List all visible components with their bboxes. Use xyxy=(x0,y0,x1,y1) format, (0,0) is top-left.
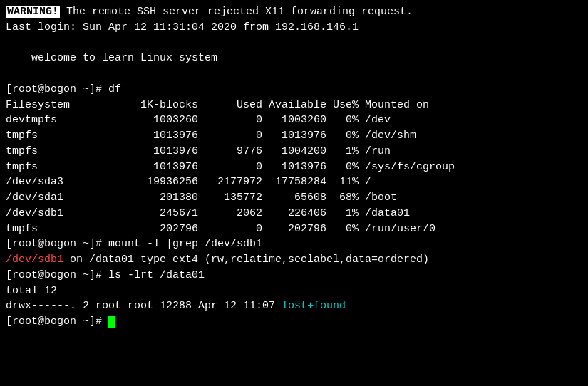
mount-details-text: on /data01 type ext4 (rw,relatime,seclab… xyxy=(63,254,429,266)
warning-badge: WARNING! xyxy=(6,6,60,18)
terminal: WARNING! The remote SSH server rejected … xyxy=(6,4,582,382)
welcome-line: welcome to learn Linux system xyxy=(6,51,582,66)
df-sdb1-line: /dev/sdb1 245671 2062 226406 1% /data01 xyxy=(6,206,582,221)
last-login-line: Last login: Sun Apr 12 11:31:04 2020 fro… xyxy=(6,20,582,36)
df-tmpfs2-text: tmpfs 1013976 9776 1004200 1% /run xyxy=(6,145,391,157)
df-sda1-text: /dev/sda1 201380 135772 65608 68% /boot xyxy=(6,192,397,204)
df-tmpfs3-line: tmpfs 1013976 0 1013976 0% /sys/fs/cgrou… xyxy=(6,160,582,175)
df-sdb1-text: /dev/sdb1 245671 2062 226406 1% /data01 xyxy=(6,207,410,219)
welcome-text: welcome to learn Linux system xyxy=(6,52,217,64)
blank-line-2 xyxy=(6,66,582,82)
mount-command-line: [root@bogon ~]# mount -l |grep /dev/sdb1 xyxy=(6,236,582,252)
ls-filename-text: lost+found xyxy=(282,300,346,312)
ls-result-line: drwx------. 2 root root 12288 Apr 12 11:… xyxy=(6,298,582,314)
df-sda1-line: /dev/sda1 201380 135772 65608 68% /boot xyxy=(6,190,582,206)
ls-command-line: [root@bogon ~]# ls -lrt /data01 xyxy=(6,268,582,283)
total-text: total 12 xyxy=(6,285,57,297)
df-tmpfs2-line: tmpfs 1013976 9776 1004200 1% /run xyxy=(6,144,582,160)
cursor xyxy=(108,316,115,328)
final-prompt-text: [root@bogon ~]# xyxy=(6,315,108,328)
mount-command-text: [root@bogon ~]# mount -l |grep /dev/sdb1 xyxy=(6,238,262,250)
ls-command-text: [root@bogon ~]# ls -lrt /data01 xyxy=(6,269,205,281)
last-login-text: Last login: Sun Apr 12 11:31:04 2020 fro… xyxy=(6,21,359,33)
blank-line-1 xyxy=(6,36,582,51)
warning-text: The remote SSH server rejected X11 forwa… xyxy=(60,6,413,18)
df-command-line: [root@bogon ~]# df xyxy=(6,82,582,98)
ls-perms-text: drwx------. 2 root root 12288 Apr 12 11:… xyxy=(6,300,282,312)
df-command-text: [root@bogon ~]# df xyxy=(6,83,121,95)
warning-line: WARNING! The remote SSH server rejected … xyxy=(6,4,582,20)
df-tmpfs3-text: tmpfs 1013976 0 1013976 0% /sys/fs/cgrou… xyxy=(6,161,455,173)
mount-result-line: /dev/sdb1 on /data01 type ext4 (rw,relat… xyxy=(6,252,582,268)
final-prompt-line: [root@bogon ~]# xyxy=(6,314,582,330)
df-tmpfs4-line: tmpfs 202796 0 202796 0% /run/user/0 xyxy=(6,221,582,237)
df-tmpfs1-text: tmpfs 1013976 0 1013976 0% /dev/shm xyxy=(6,130,416,142)
df-tmpfs4-text: tmpfs 202796 0 202796 0% /run/user/0 xyxy=(6,223,435,235)
df-header-text: Filesystem 1K-blocks Used Available Use%… xyxy=(6,99,429,111)
mount-device-text: /dev/sdb1 xyxy=(6,254,63,266)
df-header-line: Filesystem 1K-blocks Used Available Use%… xyxy=(6,98,582,113)
df-sda3-text: /dev/sda3 19936256 2177972 17758284 11% … xyxy=(6,176,371,188)
total-line: total 12 xyxy=(6,283,582,299)
df-devtmpfs-text: devtmpfs 1003260 0 1003260 0% /dev xyxy=(6,114,391,126)
df-sda3-line: /dev/sda3 19936256 2177972 17758284 11% … xyxy=(6,174,582,190)
df-tmpfs1-line: tmpfs 1013976 0 1013976 0% /dev/shm xyxy=(6,128,582,144)
df-devtmpfs-line: devtmpfs 1003260 0 1003260 0% /dev xyxy=(6,113,582,128)
